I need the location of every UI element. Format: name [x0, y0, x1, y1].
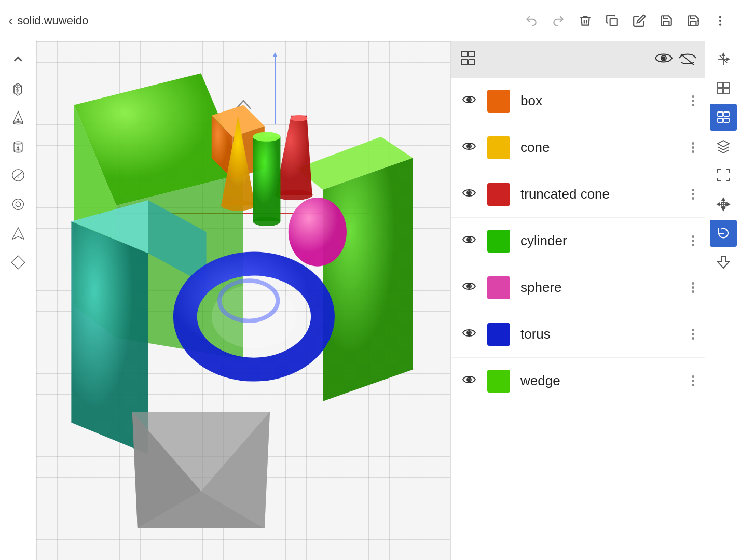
- more-options-cone[interactable]: [692, 142, 694, 153]
- export-button[interactable]: [710, 249, 737, 276]
- more-options-box[interactable]: [692, 95, 694, 106]
- color-swatch-box: [487, 90, 510, 113]
- svg-rect-81: [724, 112, 729, 116]
- color-swatch-cylinder: [487, 230, 510, 253]
- color-swatch-cone: [487, 136, 510, 159]
- right-panel: box cone: [450, 41, 705, 560]
- shape-item-cone[interactable]: cone: [451, 124, 705, 171]
- svg-text::): :): [17, 174, 19, 178]
- more-options-sphere[interactable]: [692, 282, 694, 293]
- svg-point-4: [719, 19, 721, 21]
- svg-point-40: [253, 217, 280, 226]
- save-button[interactable]: [654, 8, 679, 33]
- svg-point-69: [468, 379, 470, 381]
- svg-marker-87: [722, 208, 725, 211]
- layers-button[interactable]: [710, 104, 737, 131]
- save-new-button[interactable]: [681, 8, 706, 33]
- svg-point-39: [253, 132, 280, 141]
- eye-icon-cone[interactable]: [461, 141, 477, 155]
- sidebar-item-box[interactable]: :): [5, 75, 32, 102]
- sidebar-item-diamond[interactable]: [5, 249, 32, 276]
- svg-marker-74: [727, 58, 729, 60]
- sidebar-item-cylinder[interactable]: :): [5, 133, 32, 160]
- move-button[interactable]: [710, 191, 737, 218]
- more-options-button[interactable]: [708, 8, 733, 33]
- stack-button[interactable]: [710, 133, 737, 160]
- edit-button[interactable]: [627, 8, 652, 33]
- svg-point-57: [468, 99, 470, 101]
- shape-name-box: box: [520, 93, 681, 109]
- color-swatch-torus: [487, 323, 510, 346]
- color-swatch-sphere: [487, 276, 510, 299]
- svg-marker-73: [722, 53, 724, 55]
- svg-rect-80: [718, 118, 723, 122]
- svg-rect-78: [724, 89, 729, 94]
- frame-button[interactable]: [710, 162, 737, 189]
- more-options-torus[interactable]: [692, 329, 694, 340]
- shape-name-torus: torus: [520, 326, 681, 342]
- axes-button[interactable]: [710, 46, 737, 73]
- wireframe-button[interactable]: [710, 75, 737, 102]
- sidebar-item-arrow[interactable]: [5, 220, 32, 247]
- rightmost-toolbar: [705, 41, 741, 560]
- svg-marker-89: [727, 203, 730, 206]
- svg-rect-52: [469, 60, 475, 65]
- redo-button[interactable]: [546, 8, 571, 33]
- shape-item-torus[interactable]: torus: [451, 311, 705, 358]
- svg-point-43: [212, 285, 296, 348]
- shape-name-truncated-cone: truncated cone: [520, 186, 681, 202]
- color-swatch-wedge: [487, 370, 510, 393]
- back-button[interactable]: ‹ solid.wuweido: [8, 12, 88, 29]
- shape-item-cylinder[interactable]: cylinder: [451, 218, 705, 264]
- left-sidebar: :) :) :) :): [0, 41, 36, 560]
- svg-marker-91: [718, 257, 729, 268]
- back-arrow-icon: ‹: [8, 12, 13, 29]
- svg-text::): :): [17, 118, 19, 122]
- eye-icon-sphere[interactable]: [461, 281, 477, 295]
- sidebar-item-torus[interactable]: [5, 191, 32, 218]
- svg-rect-49: [461, 51, 468, 57]
- panel-header: [451, 41, 705, 78]
- more-options-truncated-cone[interactable]: [692, 189, 694, 200]
- show-all-button[interactable]: [655, 51, 673, 69]
- eye-icon-box[interactable]: [461, 94, 477, 108]
- svg-point-19: [16, 202, 21, 207]
- svg-point-18: [12, 199, 23, 210]
- svg-rect-50: [461, 60, 468, 65]
- svg-point-5: [719, 23, 721, 25]
- shape-item-truncated-cone[interactable]: truncated cone: [451, 171, 705, 218]
- eye-icon-truncated-cone[interactable]: [461, 187, 477, 202]
- shape-item-box[interactable]: box: [451, 78, 705, 124]
- shape-item-wedge[interactable]: wedge: [451, 358, 705, 404]
- svg-marker-83: [718, 141, 729, 147]
- svg-marker-86: [722, 198, 725, 201]
- svg-rect-75: [718, 82, 723, 88]
- svg-text::): :): [16, 88, 18, 92]
- reset-button[interactable]: [710, 220, 737, 247]
- svg-rect-0: [610, 18, 618, 25]
- more-options-wedge[interactable]: [692, 375, 694, 386]
- canvas-area[interactable]: [36, 41, 450, 560]
- 3d-scene[interactable]: [36, 41, 450, 560]
- shape-list: box cone: [451, 78, 705, 560]
- sidebar-item-no-entry[interactable]: :): [5, 162, 32, 189]
- eye-icon-torus[interactable]: [461, 327, 477, 342]
- svg-rect-38: [253, 137, 280, 221]
- svg-marker-48: [132, 412, 270, 528]
- svg-rect-77: [718, 89, 723, 94]
- svg-rect-79: [718, 112, 723, 116]
- delete-button[interactable]: [573, 8, 598, 33]
- eye-icon-cylinder[interactable]: [461, 234, 477, 248]
- shape-item-sphere[interactable]: sphere: [451, 264, 705, 311]
- sidebar-item-collapse[interactable]: [5, 46, 32, 73]
- eye-icon-wedge[interactable]: [461, 374, 477, 388]
- sidebar-item-cone[interactable]: :): [5, 104, 32, 131]
- undo-button[interactable]: [519, 8, 544, 33]
- svg-text::): :): [17, 146, 19, 150]
- more-options-cylinder[interactable]: [692, 235, 694, 246]
- shape-name-wedge: wedge: [520, 373, 681, 389]
- svg-point-59: [468, 145, 470, 147]
- hide-all-button[interactable]: [679, 51, 696, 69]
- svg-rect-51: [469, 51, 475, 57]
- duplicate-button[interactable]: [600, 8, 625, 33]
